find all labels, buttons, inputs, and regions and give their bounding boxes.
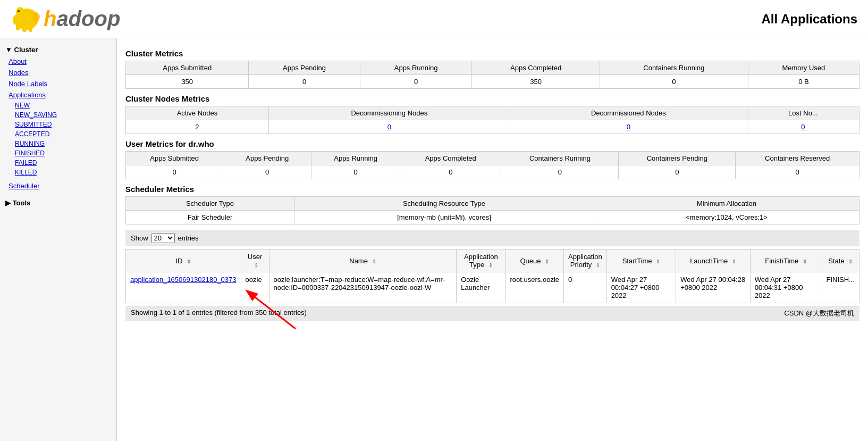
node-labels-link[interactable]: Node Labels bbox=[9, 80, 47, 88]
sidebar-tools-section[interactable]: ▶ Tools bbox=[0, 197, 116, 209]
cell-user: oozie bbox=[241, 272, 269, 303]
scheduler-link[interactable]: Scheduler bbox=[9, 182, 40, 190]
cell-queue: root.users.oozie bbox=[505, 272, 564, 303]
new-link[interactable]: NEW bbox=[15, 102, 30, 109]
user-metrics-table: Apps Submitted Apps Pending Apps Running… bbox=[125, 151, 859, 179]
sidebar-item-accepted[interactable]: ACCEPTED bbox=[0, 129, 116, 139]
col-scheduler-type: Scheduler Type bbox=[126, 197, 294, 211]
val-scheduler-type: Fair Scheduler bbox=[126, 211, 294, 224]
scheduler-row: Fair Scheduler [memory-mb (unit=Mi), vco… bbox=[126, 211, 859, 224]
sidebar-item-killed[interactable]: KILLED bbox=[0, 168, 116, 177]
sidebar-item-node-labels[interactable]: Node Labels bbox=[0, 78, 116, 89]
col-user-apps-submitted: Apps Submitted bbox=[126, 152, 223, 165]
col-app-type[interactable]: ApplicationType ⇕ bbox=[457, 249, 505, 272]
hadoop-logo-icon bbox=[11, 4, 43, 34]
svg-rect-4 bbox=[29, 24, 32, 32]
sort-launch-icon: ⇕ bbox=[732, 259, 736, 264]
killed-link[interactable]: KILLED bbox=[15, 169, 37, 176]
show-label: Show bbox=[131, 234, 148, 242]
sidebar-item-about[interactable]: About bbox=[0, 56, 116, 67]
cell-state: FINISH... bbox=[822, 272, 859, 303]
col-memory-used: Memory Used bbox=[748, 61, 859, 75]
col-start-time[interactable]: StartTime ⇕ bbox=[606, 249, 676, 272]
sort-finish-icon: ⇕ bbox=[803, 259, 807, 264]
col-containers-running: Containers Running bbox=[600, 61, 748, 75]
arrow-icon: ▼ bbox=[5, 46, 12, 54]
sidebar-item-scheduler[interactable]: Scheduler bbox=[0, 180, 116, 192]
app-table-container: ID ⇕ User ⇕ Name ⇕ ApplicationType ⇕ Que… bbox=[125, 249, 859, 303]
col-state[interactable]: State ⇕ bbox=[822, 249, 859, 272]
cluster-metrics-row: 350 0 0 350 0 0 B bbox=[126, 75, 859, 89]
cell-name: oozie:launcher:T=map-reduce:W=map-reduce… bbox=[269, 272, 457, 303]
col-id[interactable]: ID ⇕ bbox=[126, 249, 241, 272]
col-queue[interactable]: Queue ⇕ bbox=[505, 249, 564, 272]
running-link[interactable]: RUNNING bbox=[15, 140, 45, 147]
col-minimum-allocation: Minimum Allocation bbox=[594, 197, 859, 211]
col-user-containers-reserved: Containers Reserved bbox=[736, 152, 859, 165]
sidebar-item-nodes[interactable]: Nodes bbox=[0, 67, 116, 78]
entries-select[interactable]: 10 20 50 100 bbox=[151, 233, 175, 243]
val-lost: 0 bbox=[747, 120, 859, 134]
cluster-metrics-table: Apps Submitted Apps Pending Apps Running… bbox=[125, 61, 859, 89]
lost-link[interactable]: 0 bbox=[801, 123, 805, 131]
applications-link[interactable]: Applications bbox=[9, 91, 46, 99]
val-apps-completed: 350 bbox=[472, 75, 600, 89]
val-apps-submitted: 350 bbox=[126, 75, 249, 89]
sidebar-item-running[interactable]: RUNNING bbox=[0, 139, 116, 148]
col-user[interactable]: User ⇕ bbox=[241, 249, 269, 272]
col-user-apps-completed: Apps Completed bbox=[400, 152, 501, 165]
sidebar-item-submitted[interactable]: SUBMITTED bbox=[0, 120, 116, 129]
submitted-link[interactable]: SUBMITTED bbox=[15, 121, 52, 128]
main-content: Cluster Metrics Apps Submitted Apps Pend… bbox=[117, 38, 868, 441]
svg-point-7 bbox=[32, 12, 40, 22]
failed-link[interactable]: FAILED bbox=[15, 159, 37, 167]
hadoop-text-icon: hadoop bbox=[44, 7, 120, 31]
new-saving-link[interactable]: NEW_SAVING bbox=[15, 111, 57, 119]
finished-link[interactable]: FINISHED bbox=[15, 149, 45, 157]
user-metrics-row: 0 0 0 0 0 0 0 bbox=[126, 165, 859, 179]
status-bar: Showing 1 to 1 of 1 entries (filtered fr… bbox=[125, 306, 859, 321]
sidebar-item-failed[interactable]: FAILED bbox=[0, 158, 116, 168]
app-id-link[interactable]: application_1650691302180_0373 bbox=[130, 276, 237, 284]
accepted-link[interactable]: ACCEPTED bbox=[15, 130, 49, 138]
col-app-priority[interactable]: ApplicationPriority ⇕ bbox=[564, 249, 607, 272]
col-decommissioned-nodes: Decommissioned Nodes bbox=[510, 106, 747, 120]
sidebar-item-applications[interactable]: Applications bbox=[0, 89, 116, 101]
entries-label: entries bbox=[178, 234, 199, 242]
val-user-apps-completed: 0 bbox=[400, 165, 501, 179]
val-minimum-allocation: <memory:1024, vCores:1> bbox=[594, 211, 859, 224]
nodes-link[interactable]: Nodes bbox=[9, 69, 29, 77]
col-scheduling-resource-type: Scheduling Resource Type bbox=[294, 197, 594, 211]
decommissioning-link[interactable]: 0 bbox=[387, 123, 391, 131]
val-decommissioned: 0 bbox=[510, 120, 747, 134]
about-link[interactable]: About bbox=[9, 57, 27, 65]
user-metrics-title: User Metrics for dr.who bbox=[125, 139, 859, 148]
sidebar-item-new[interactable]: NEW bbox=[0, 101, 116, 110]
col-name[interactable]: Name ⇕ bbox=[269, 249, 457, 272]
sidebar-item-finished[interactable]: FINISHED bbox=[0, 148, 116, 158]
val-memory-used: 0 B bbox=[748, 75, 859, 89]
col-launch-time[interactable]: LaunchTime ⇕ bbox=[676, 249, 750, 272]
col-user-containers-running: Containers Running bbox=[501, 152, 619, 165]
svg-rect-3 bbox=[22, 24, 27, 32]
sidebar-item-new-saving[interactable]: NEW_SAVING bbox=[0, 110, 116, 120]
cluster-nodes-row: 2 0 0 0 bbox=[126, 120, 859, 134]
col-decommissioning-nodes: Decommissioning Nodes bbox=[268, 106, 510, 120]
sort-queue-icon: ⇕ bbox=[545, 259, 549, 264]
cell-launch-time: Wed Apr 27 00:04:28 +0800 2022 bbox=[676, 272, 750, 303]
val-user-apps-submitted: 0 bbox=[126, 165, 223, 179]
col-user-containers-pending: Containers Pending bbox=[619, 152, 736, 165]
val-apps-pending: 0 bbox=[249, 75, 360, 89]
applications-table: ID ⇕ User ⇕ Name ⇕ ApplicationType ⇕ Que… bbox=[125, 249, 859, 303]
col-apps-running: Apps Running bbox=[360, 61, 472, 75]
sidebar-cluster-section[interactable]: ▼ Cluster bbox=[0, 44, 116, 56]
col-user-apps-running: Apps Running bbox=[311, 152, 400, 165]
cluster-nodes-metrics-title: Cluster Nodes Metrics bbox=[125, 94, 859, 103]
col-finish-time[interactable]: FinishTime ⇕ bbox=[750, 249, 822, 272]
cell-priority: 0 bbox=[564, 272, 607, 303]
svg-rect-2 bbox=[16, 23, 20, 30]
cluster-label: Cluster bbox=[14, 46, 38, 54]
cell-start-time: Wed Apr 27 00:04:27 +0800 2022 bbox=[606, 272, 676, 303]
cell-finish-time: Wed Apr 27 00:04:31 +0800 2022 bbox=[750, 272, 822, 303]
decommissioned-link[interactable]: 0 bbox=[627, 123, 630, 131]
